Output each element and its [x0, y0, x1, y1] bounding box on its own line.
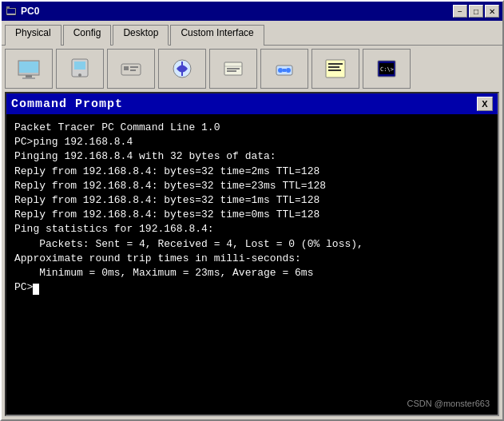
svg-rect-26	[328, 66, 339, 68]
cmd-line-16: PC>	[14, 280, 490, 295]
svg-point-22	[286, 68, 291, 73]
svg-rect-2	[6, 6, 10, 9]
svg-rect-19	[227, 70, 236, 72]
icon-btn-8[interactable]: C:\>	[363, 49, 411, 89]
tab-desktop[interactable]: Desktop	[113, 25, 169, 46]
icon-btn-1[interactable]	[5, 49, 53, 89]
tabs-bar: Physical Config Desktop Custom Interface	[2, 21, 502, 45]
icon-btn-6[interactable]	[260, 49, 308, 89]
cmd-line-11: Ping statistics for 192.168.8.4:	[14, 222, 490, 236]
title-bar-controls: − □ ✕	[453, 5, 499, 18]
icon-btn-2[interactable]	[56, 49, 104, 89]
cmd-line-1: Packet Tracer PC Command Line 1.0	[14, 121, 490, 135]
svg-rect-24	[326, 60, 345, 77]
close-button[interactable]: ✕	[485, 5, 499, 18]
cmd-title-bar: Command Prompt X	[6, 93, 498, 114]
cmd-line-4: Pinging 192.168.8.4 with 32 bytes of dat…	[14, 149, 490, 164]
tab-custom-interface[interactable]: Custom Interface	[170, 25, 264, 46]
svg-point-9	[78, 73, 81, 77]
svg-rect-11	[124, 66, 129, 70]
svg-rect-4	[19, 62, 38, 73]
icon-btn-3[interactable]	[107, 49, 155, 89]
cmd-body[interactable]: Packet Tracer PC Command Line 1.0 PC>pin…	[6, 114, 498, 415]
svg-rect-18	[227, 68, 240, 70]
svg-point-21	[278, 68, 283, 73]
cmd-cursor	[33, 284, 39, 295]
tab-physical[interactable]: Physical	[5, 25, 62, 46]
svg-rect-25	[328, 63, 343, 65]
cmd-line-8: Reply from 192.168.8.4: bytes=32 time=1m…	[14, 193, 490, 208]
svg-rect-12	[130, 66, 138, 68]
icon-btn-7[interactable]	[312, 49, 359, 89]
svg-rect-8	[74, 62, 85, 70]
window-title: PC0	[21, 6, 39, 17]
tab-config[interactable]: Config	[63, 25, 112, 46]
cmd-window: Command Prompt X Packet Tracer PC Comman…	[5, 92, 499, 416]
tab-content: C:\> Command Prompt X Packet Tracer PC C…	[2, 45, 502, 419]
svg-rect-1	[7, 9, 15, 14]
title-bar-left: PC0	[5, 5, 39, 18]
svg-rect-15	[181, 62, 183, 76]
title-bar: PC0 − □ ✕	[2, 2, 502, 21]
svg-rect-13	[130, 70, 136, 71]
svg-text:C:\>: C:\>	[380, 66, 394, 73]
cmd-line-6: Reply from 192.168.8.4: bytes=32 time=2m…	[14, 165, 490, 179]
minimize-button[interactable]: −	[453, 5, 467, 18]
cmd-line-2: PC>ping 192.168.8.4	[14, 135, 490, 149]
cmd-title-text: Command Prompt	[11, 97, 123, 111]
svg-rect-23	[283, 69, 286, 72]
cmd-line-9: Reply from 192.168.8.4: bytes=32 time=0m…	[14, 208, 490, 222]
icon-btn-4[interactable]	[158, 49, 206, 89]
cmd-line-7: Reply from 192.168.8.4: bytes=32 time=23…	[14, 179, 490, 193]
svg-rect-6	[22, 77, 35, 79]
window-icon	[5, 5, 18, 18]
svg-rect-27	[328, 70, 341, 71]
svg-rect-5	[26, 75, 32, 77]
maximize-button[interactable]: □	[469, 5, 483, 18]
cmd-close-button[interactable]: X	[477, 97, 493, 111]
icon-btn-5[interactable]	[209, 49, 257, 89]
cmd-line-13: Approximate round trip times in milli-se…	[14, 252, 490, 266]
watermark: CSDN @monster663	[407, 399, 490, 408]
icon-bar: C:\>	[5, 49, 499, 89]
cmd-line-12: Packets: Sent = 4, Received = 4, Lost = …	[14, 237, 490, 252]
main-window: PC0 − □ ✕ Physical Config Desktop Custom…	[0, 0, 504, 421]
cmd-line-14: Minimum = 0ms, Maximum = 23ms, Average =…	[14, 266, 490, 280]
